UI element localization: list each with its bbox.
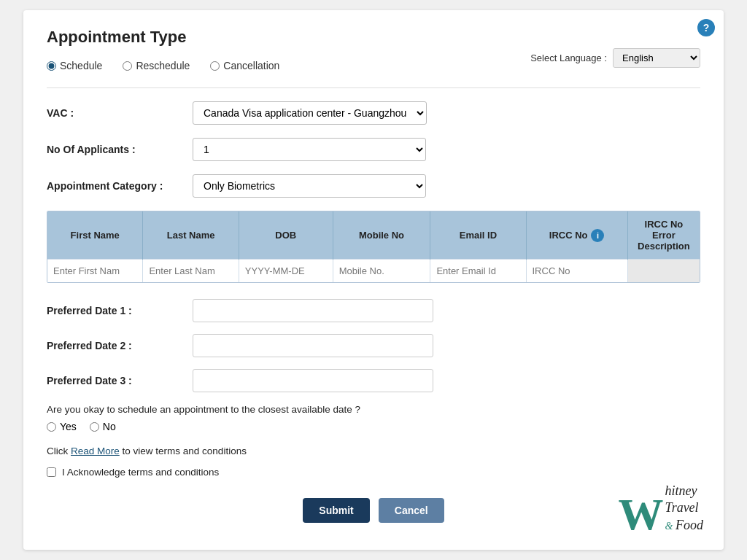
acknowledge-row: I Acknowledge terms and conditions (47, 467, 700, 478)
logo-w-letter: W (619, 491, 664, 537)
preferred-date-2-input[interactable] (193, 334, 433, 357)
yes-no-row: Yes No (47, 421, 700, 432)
button-row: Submit Cancel (47, 498, 700, 523)
logo-text: hitney Travel & Food (665, 483, 703, 537)
reschedule-radio[interactable] (123, 61, 132, 71)
col-email: Email ID (430, 211, 526, 260)
language-selector-row: Select Language : English French Chinese (530, 48, 700, 68)
category-label: Appointment Category : (47, 180, 193, 192)
vac-select[interactable]: Canada Visa application center - Guangzh… (193, 101, 427, 125)
preferred-date-2-row: Preferred Date 2 : (47, 334, 700, 357)
cancel-button[interactable]: Cancel (379, 498, 444, 523)
vac-label: VAC : (47, 107, 193, 119)
cell-mobile[interactable] (333, 260, 430, 283)
col-first-name: First Name (47, 211, 143, 260)
col-mobile: Mobile No (333, 211, 430, 260)
cell-ircc-error (627, 260, 700, 283)
preferred-date-3-input[interactable] (193, 369, 433, 392)
dob-input[interactable] (245, 265, 327, 276)
yes-radio[interactable] (47, 422, 56, 432)
preferred-date-3-label: Preferred Date 3 : (47, 375, 193, 386)
cell-dob[interactable] (239, 260, 333, 283)
applicants-table: First Name Last Name DOB Mobile No Email… (47, 211, 700, 282)
schedule-radio-label[interactable]: Schedule (47, 60, 102, 71)
mobile-input[interactable] (339, 265, 425, 276)
table-row (47, 260, 700, 283)
schedule-radio[interactable] (47, 61, 56, 71)
schedule-question: Are you okay to schedule an appointment … (47, 404, 700, 415)
ircc-info-icon[interactable]: i (591, 229, 604, 242)
main-container: ? Appointment Type Select Language : Eng… (23, 10, 724, 550)
ircc-input[interactable] (533, 265, 622, 276)
col-ircc-error: IRCC No ErrorDescription (627, 211, 700, 260)
category-select[interactable]: Only Biometrics New Application Passport… (193, 174, 426, 198)
language-label: Select Language : (530, 52, 607, 63)
yes-radio-label[interactable]: Yes (47, 421, 77, 432)
last-name-input[interactable] (149, 265, 232, 276)
cell-ircc[interactable] (526, 260, 627, 283)
divider-1 (47, 88, 700, 88)
first-name-input[interactable] (53, 265, 136, 276)
table-header-row: First Name Last Name DOB Mobile No Email… (47, 211, 700, 260)
read-more-link[interactable]: Read More (71, 446, 120, 456)
cell-email[interactable] (430, 260, 526, 283)
col-ircc: IRCC No i (526, 211, 627, 260)
cancellation-radio-label[interactable]: Cancellation (210, 60, 279, 71)
cell-first-name[interactable] (47, 260, 143, 283)
vac-field: VAC : Canada Visa application center - G… (47, 101, 700, 125)
applicants-label: No Of Applicants : (47, 144, 193, 155)
terms-row: Click Read More to view terms and condit… (47, 446, 700, 456)
col-dob: DOB (239, 211, 333, 260)
email-input[interactable] (436, 265, 519, 276)
applicants-table-wrapper: First Name Last Name DOB Mobile No Email… (47, 211, 700, 283)
no-radio[interactable] (90, 422, 99, 432)
submit-button[interactable]: Submit (303, 498, 369, 523)
acknowledge-label: I Acknowledge terms and conditions (62, 467, 219, 478)
col-last-name: Last Name (143, 211, 239, 260)
reschedule-radio-label[interactable]: Reschedule (123, 60, 190, 71)
help-icon[interactable]: ? (697, 19, 715, 36)
cell-last-name[interactable] (143, 260, 239, 283)
acknowledge-checkbox[interactable] (47, 467, 56, 477)
language-select[interactable]: English French Chinese (613, 48, 700, 68)
preferred-date-1-label: Preferred Date 1 : (47, 305, 193, 316)
preferred-date-1-input[interactable] (193, 299, 433, 322)
page-title: Appointment Type (47, 28, 700, 47)
wtf-logo: W hitney Travel & Food (619, 483, 703, 537)
preferred-date-3-row: Preferred Date 3 : (47, 369, 700, 392)
applicants-field: No Of Applicants : 1 2 3 4 5 (47, 138, 700, 161)
category-field: Appointment Category : Only Biometrics N… (47, 174, 700, 198)
preferred-date-1-row: Preferred Date 1 : (47, 299, 700, 322)
no-radio-label[interactable]: No (90, 421, 116, 432)
preferred-date-2-label: Preferred Date 2 : (47, 340, 193, 351)
cancellation-radio[interactable] (210, 61, 220, 71)
applicants-select[interactable]: 1 2 3 4 5 (193, 138, 426, 161)
